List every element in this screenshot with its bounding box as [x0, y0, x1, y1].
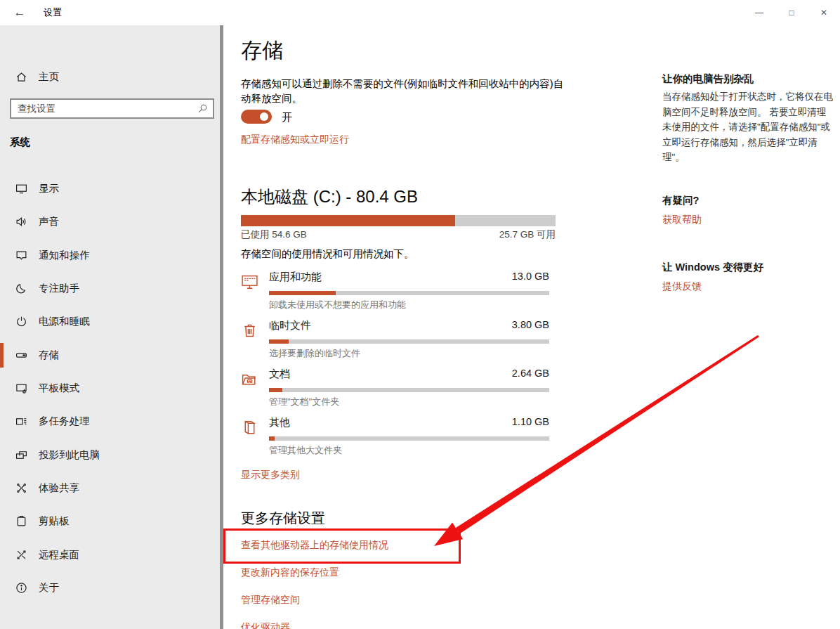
other-folder-icon	[241, 419, 258, 436]
category-subtitle: 管理"文档"文件夹	[269, 396, 339, 408]
manage-storage-spaces-link[interactable]: 管理存储空间	[241, 594, 300, 607]
power-icon	[15, 316, 27, 328]
clipboard-icon	[15, 515, 27, 527]
change-save-location-link[interactable]: 更改新内容的保存位置	[241, 566, 339, 579]
get-help-link[interactable]: 获取帮助	[662, 214, 702, 226]
category-size: 3.80 GB	[512, 319, 549, 332]
category-bar	[269, 388, 549, 392]
search-input[interactable]	[11, 100, 213, 117]
minimize-button[interactable]: —	[743, 0, 775, 25]
sidebar-item-multitasking[interactable]: 多任务处理	[0, 405, 220, 438]
category-size: 13.0 GB	[512, 271, 549, 284]
page-title: 存储	[241, 37, 283, 65]
category-row-documents[interactable]: 文档 2.64 GB 管理"文档"文件夹	[241, 368, 549, 411]
make-windows-better-title: 让 Windows 变得更好	[662, 261, 763, 274]
back-button[interactable]: ←	[8, 3, 31, 22]
focus-assist-icon	[15, 283, 27, 294]
configure-storage-sense-link[interactable]: 配置存储感知或立即运行	[241, 134, 349, 146]
give-feedback-link[interactable]: 提供反馈	[662, 280, 702, 293]
category-row-temp-files[interactable]: 临时文件 3.80 GB 选择要删除的临时文件	[241, 319, 549, 363]
sound-icon	[15, 216, 27, 228]
category-row-apps[interactable]: 应用和功能 13.0 GB 卸载未使用或不想要的应用和功能	[241, 271, 549, 314]
sidebar-item-tablet-mode[interactable]: 平板模式	[0, 372, 220, 405]
show-more-categories-link[interactable]: 显示更多类别	[241, 469, 300, 481]
maximize-button[interactable]: □	[775, 0, 808, 25]
shared-experiences-icon	[15, 482, 27, 494]
window-title: 设置	[44, 6, 62, 19]
sidebar: 主页 系统 显示 声音 通知和操作	[0, 25, 220, 629]
sidebar-item-label: 主页	[39, 70, 59, 84]
sidebar-item-power-sleep[interactable]: 电源和睡眠	[0, 305, 220, 338]
tablet-mode-icon	[15, 382, 27, 394]
sidebar-item-storage[interactable]: 存储	[0, 339, 220, 372]
toggle-knob	[260, 112, 268, 121]
category-subtitle: 卸载未使用或不想要的应用和功能	[269, 299, 406, 311]
category-row-other[interactable]: 其他 1.10 GB 管理其他大文件夹	[241, 416, 549, 460]
questions-title: 有疑问?	[662, 194, 699, 207]
storage-icon	[15, 349, 27, 361]
storage-sense-toggle[interactable]	[241, 110, 272, 124]
tip-title: 让你的电脑告别杂乱	[662, 72, 754, 86]
sidebar-item-shared-experiences[interactable]: 体验共享	[0, 472, 220, 505]
titlebar: ← 设置 — □ ✕	[0, 0, 840, 25]
window-controls: — □ ✕	[743, 0, 840, 25]
remote-desktop-icon	[15, 549, 27, 561]
category-bar	[269, 291, 549, 295]
sidebar-item-home[interactable]: 主页	[0, 65, 220, 89]
multitasking-icon	[15, 415, 27, 427]
sidebar-item-project[interactable]: 投影到此电脑	[0, 439, 220, 472]
optimize-drives-link[interactable]: 优化驱动器	[241, 621, 290, 629]
more-storage-settings-title: 更多存储设置	[241, 509, 325, 528]
display-icon	[15, 183, 27, 195]
toggle-state-label: 开	[282, 111, 292, 124]
category-name: 应用和功能	[269, 271, 322, 284]
category-name: 文档	[269, 368, 290, 381]
category-bar	[269, 436, 549, 441]
category-subtitle: 管理其他大文件夹	[269, 444, 342, 457]
sidebar-item-clipboard[interactable]: 剪贴板	[0, 505, 220, 538]
trash-icon	[241, 322, 258, 339]
search-icon	[197, 103, 208, 114]
tip-body: 当存储感知处于打开状态时，它将仅在电脑空间不足时释放空间。 若要立即清理未使用的…	[662, 89, 833, 165]
disk-usage-bar	[241, 215, 556, 226]
sidebar-item-sound[interactable]: 声音	[0, 205, 220, 238]
notifications-icon	[15, 249, 27, 261]
category-bar	[269, 339, 549, 344]
category-name: 临时文件	[269, 319, 311, 332]
search-box	[10, 98, 214, 119]
disk-usage-fill	[241, 215, 455, 226]
disk-usage-note: 存储空间的使用情况和可用情况如下。	[241, 247, 414, 261]
settings-window: ← 设置 — □ ✕ 主页 系统 显示	[0, 0, 840, 629]
sidebar-item-focus-assist[interactable]: 专注助手	[0, 272, 220, 305]
documents-folder-icon	[241, 370, 258, 388]
storage-sense-description: 存储感知可以通过删除不需要的文件(例如临时文件和回收站中的内容)自动释放空间。	[241, 77, 565, 106]
category-size: 1.10 GB	[512, 416, 549, 429]
sidebar-scrollbar[interactable]	[220, 25, 223, 629]
category-subtitle: 选择要删除的临时文件	[269, 347, 360, 360]
view-other-drives-link[interactable]: 查看其他驱动器上的存储使用情况	[241, 539, 388, 552]
disk-title: 本地磁盘 (C:) - 80.4 GB	[241, 186, 418, 208]
close-button[interactable]: ✕	[808, 0, 840, 25]
sidebar-section-system: 系统	[10, 136, 30, 149]
apps-features-icon	[241, 273, 258, 291]
sidebar-item-notifications[interactable]: 通知和操作	[0, 239, 220, 272]
category-name: 其他	[269, 416, 290, 429]
sidebar-item-remote-desktop[interactable]: 远程桌面	[0, 538, 220, 571]
home-icon	[15, 71, 27, 83]
disk-free-label: 25.7 GB 可用	[241, 228, 556, 241]
category-size: 2.64 GB	[512, 368, 549, 381]
sidebar-item-display[interactable]: 显示	[0, 172, 220, 205]
sidebar-item-about[interactable]: 关于	[0, 571, 220, 604]
about-icon	[15, 582, 27, 594]
project-icon	[15, 449, 27, 461]
